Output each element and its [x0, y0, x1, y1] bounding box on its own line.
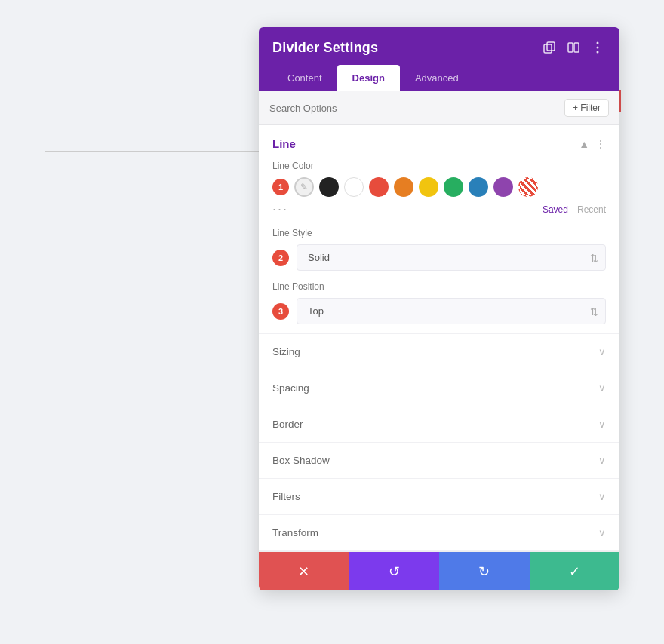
line-style-field: Line Style 2 Solid Dashed Dotted ⇅ [272, 228, 606, 271]
line-color-label: Line Color [272, 161, 606, 171]
filters-label: Filters [272, 491, 300, 502]
line-position-select[interactable]: Top Center Bottom [297, 298, 606, 324]
tab-advanced[interactable]: Advanced [400, 65, 474, 91]
svg-rect-0 [544, 44, 552, 53]
line-section-title: Line [272, 137, 296, 150]
svg-rect-1 [547, 42, 555, 51]
line-color-field: Line Color 1 ✎ [272, 161, 606, 217]
color-swatch-red[interactable] [369, 177, 389, 197]
line-style-label: Line Style [272, 228, 606, 238]
cancel-button[interactable]: ✕ [259, 552, 349, 590]
color-swatch-striped[interactable] [518, 177, 538, 197]
recent-link[interactable]: Recent [577, 204, 606, 215]
color-swatch-green[interactable] [444, 177, 463, 197]
line-style-select[interactable]: Solid Dashed Dotted [297, 244, 606, 271]
save-button[interactable]: ✓ [530, 552, 620, 590]
box-shadow-label: Box Shadow [272, 455, 330, 466]
step-3-badge: 3 [272, 303, 289, 320]
line-section-header: Line ▲ ⋮ [272, 137, 606, 150]
saved-link[interactable]: Saved [543, 204, 568, 215]
tab-content[interactable]: Content [272, 65, 337, 91]
transform-label: Transform [272, 527, 318, 538]
svg-point-6 [597, 51, 599, 54]
divider-settings-panel: Divider Settings [259, 27, 619, 590]
svg-rect-3 [574, 43, 579, 52]
filters-section[interactable]: Filters ∨ [259, 479, 619, 515]
collapse-icon[interactable]: ▲ [579, 138, 589, 150]
sizing-chevron-icon: ∨ [598, 346, 606, 357]
sizing-section[interactable]: Sizing ∨ [259, 334, 619, 370]
saved-recent-row: ··· Saved Recent [272, 201, 606, 217]
section-header-icons: ▲ ⋮ [579, 138, 606, 150]
saved-recent-links: Saved Recent [543, 204, 606, 215]
step-1-badge: 1 [272, 179, 289, 195]
redo-button[interactable]: ↻ [439, 552, 530, 590]
box-shadow-section[interactable]: Box Shadow ∨ [259, 443, 619, 479]
search-row: + Filter [259, 91, 619, 125]
color-swatch-yellow[interactable] [419, 177, 438, 197]
color-swatch-blue[interactable] [469, 177, 488, 197]
tabs-row: Content Design Advanced [272, 65, 606, 91]
border-label: Border [272, 419, 303, 430]
panel-title: Divider Settings [272, 40, 378, 56]
line-style-select-wrap: Solid Dashed Dotted ⇅ [297, 244, 606, 271]
spacing-label: Spacing [272, 382, 309, 394]
search-input[interactable] [269, 103, 564, 114]
more-colors-button[interactable]: ··· [272, 201, 288, 217]
border-section[interactable]: Border ∨ [259, 406, 619, 443]
transform-section[interactable]: Transform ∨ [259, 515, 619, 551]
line-position-label: Line Position [272, 281, 606, 292]
header-icons-group [541, 39, 606, 56]
sizing-label: Sizing [272, 346, 300, 357]
border-chevron-icon: ∨ [598, 419, 606, 430]
split-icon[interactable] [565, 39, 582, 56]
spacing-chevron-icon: ∨ [598, 382, 606, 394]
undo-button[interactable]: ↺ [349, 552, 440, 590]
transform-chevron-icon: ∨ [598, 527, 606, 538]
color-swatch-orange[interactable] [394, 177, 413, 197]
more-icon[interactable] [589, 39, 606, 56]
panel-header: Divider Settings [259, 27, 619, 91]
spacing-section[interactable]: Spacing ∨ [259, 370, 619, 406]
box-shadow-chevron-icon: ∨ [598, 455, 606, 466]
section-more-icon[interactable]: ⋮ [595, 138, 606, 150]
color-swatch-black[interactable] [319, 177, 339, 197]
tab-design[interactable]: Design [337, 65, 400, 91]
panel-title-row: Divider Settings [272, 39, 606, 56]
line-section: Line ▲ ⋮ Line Color 1 ✎ [259, 125, 619, 334]
color-swatch-purple[interactable] [493, 177, 513, 197]
svg-point-4 [597, 42, 599, 44]
color-swatches-row: 1 ✎ [272, 177, 606, 197]
filter-button[interactable]: + Filter [564, 99, 609, 117]
svg-rect-2 [568, 43, 573, 52]
line-position-field: Line Position 3 Top Center Bottom ⇅ [272, 281, 606, 324]
color-swatch-white[interactable] [344, 177, 364, 197]
panel-body: Line ▲ ⋮ Line Color 1 ✎ [259, 125, 619, 551]
panel-footer: ✕ ↺ ↻ ✓ [259, 551, 619, 590]
step-2-badge: 2 [272, 250, 289, 266]
svg-point-5 [597, 47, 599, 49]
copy-icon[interactable] [541, 39, 558, 56]
filters-chevron-icon: ∨ [598, 491, 606, 502]
eyedropper-swatch[interactable]: ✎ [294, 177, 314, 197]
line-position-select-wrap: Top Center Bottom ⇅ [297, 298, 606, 324]
